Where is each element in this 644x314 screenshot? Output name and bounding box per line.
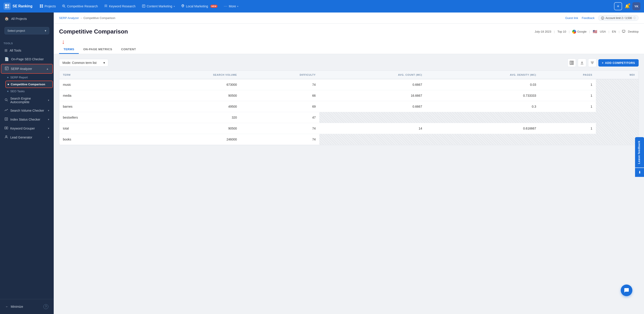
cell-search-volume: 246000: [135, 134, 240, 145]
svg-rect-6: [40, 6, 41, 7]
sidebar-item-search-engine-autocomplete[interactable]: Search Engine Autocomplete ▾: [1, 94, 53, 106]
project-select-dropdown[interactable]: Select project ▾: [4, 27, 49, 34]
table-row: media905006616.66670.7333331: [59, 90, 638, 101]
table-row: music673000740.66670.031: [59, 79, 638, 90]
nav-projects[interactable]: Projects: [37, 2, 59, 10]
sidebar-item-competitive-comparison[interactable]: Competitive Comparison: [5, 81, 53, 88]
svg-rect-2: [5, 6, 7, 8]
notifications-bell[interactable]: 🔔: [624, 3, 630, 9]
cell-wdi: [596, 79, 638, 90]
cell-difficulty: 47: [240, 112, 319, 123]
nav-competitive-research[interactable]: Competitive Research: [59, 2, 100, 10]
sidebar-item-all-tools[interactable]: ⊞ All Tools: [1, 46, 53, 55]
nav-content-marketing[interactable]: Content Marketing ▾: [139, 2, 178, 10]
dropdown-chevron: ▾: [104, 61, 105, 65]
chat-fab-button[interactable]: [621, 285, 632, 296]
toolbar-right: + ADD COMPETITORS: [568, 58, 639, 67]
add-button[interactable]: +: [614, 2, 622, 10]
nav-more[interactable]: ··· More ▾: [221, 2, 241, 10]
account-limit: Account limit 2 / 3,500 ⓘ: [598, 15, 639, 21]
tab-terms[interactable]: TERMS: [59, 45, 79, 54]
more-chevron: ▾: [237, 5, 238, 7]
feedback-link[interactable]: Feedback: [582, 16, 594, 20]
content-marketing-chevron: ▾: [174, 5, 175, 7]
keyword-grouper-icon: [4, 126, 8, 131]
export-button[interactable]: [578, 58, 586, 67]
minimize-arrow-icon: ←: [5, 305, 8, 309]
table-toolbar: Mode: Common term list ▾: [59, 58, 639, 67]
cell-avg-count: [319, 112, 426, 123]
filter-button[interactable]: [588, 58, 596, 67]
tab-on-page-metrics[interactable]: ON-PAGE METRICS: [79, 45, 116, 54]
mode-dropdown[interactable]: Mode: Common term list ▾: [59, 59, 108, 67]
nav-local-marketing[interactable]: Local Marketing NEW: [178, 2, 220, 10]
col-term: TERM: [59, 71, 135, 79]
sidebar-item-on-page-seo[interactable]: 📄 On-Page SEO Checker: [1, 55, 53, 63]
svg-rect-3: [8, 6, 9, 8]
cell-pages: [540, 112, 596, 123]
competitive-comparison-dot: [8, 84, 9, 85]
content-marketing-icon: [142, 4, 146, 8]
svg-rect-30: [622, 30, 625, 32]
svg-rect-1: [8, 4, 9, 6]
cell-avg-density: 0.03: [426, 79, 540, 90]
search-engine-icon: [4, 98, 8, 103]
sidebar-item-serp-report[interactable]: SERP Report: [5, 74, 53, 81]
tab-content[interactable]: CONTENT: [116, 45, 140, 54]
cell-avg-count: 16.6667: [319, 90, 426, 101]
svg-rect-16: [5, 67, 8, 70]
sidebar-item-index-status-checker[interactable]: Index Status Checker ▾: [1, 115, 53, 124]
add-icon: +: [602, 61, 604, 65]
notification-dot: [628, 3, 630, 5]
page-top: Top 10: [558, 30, 566, 33]
breadcrumb-parent[interactable]: SERP Analyzer: [59, 16, 79, 20]
on-page-seo-icon: 📄: [4, 57, 9, 61]
all-tools-icon: ⊞: [4, 48, 8, 52]
columns-toggle-button[interactable]: [568, 58, 576, 67]
page-date: July-18 2023: [534, 30, 551, 33]
page-header: Competitive Comparison July-18 2023 | To…: [54, 24, 644, 54]
svg-line-9: [64, 7, 65, 7]
user-avatar[interactable]: YK: [632, 2, 640, 10]
add-competitors-button[interactable]: + ADD COMPETITORS: [598, 59, 639, 67]
table-row: total9050074140.6166671: [59, 123, 638, 134]
table-row: books24600074: [59, 134, 638, 145]
help-icon[interactable]: ?: [44, 304, 48, 309]
nav-keyword-research[interactable]: Keyword Research: [101, 2, 138, 10]
cell-search-volume: 90500: [135, 123, 240, 134]
limit-icon: [601, 16, 604, 20]
col-search-volume: SEARCH VOLUME: [135, 71, 240, 79]
nav-actions: + 🔔 YK: [614, 2, 640, 10]
sidebar-item-lead-generator[interactable]: Lead Generator ▾: [1, 133, 53, 142]
logo-icon: [4, 3, 11, 10]
sidebar-minimize[interactable]: ← Minimize ?: [2, 302, 52, 311]
svg-rect-5: [42, 4, 43, 6]
sidebar-item-all-projects[interactable]: 🏠 All Projects: [1, 14, 53, 23]
cell-term: total: [59, 123, 135, 134]
cell-term: barnes: [59, 101, 135, 112]
content-topbar: SERP Analyzer › Competitive Comparison G…: [54, 12, 644, 24]
sidebar: 🏠 All Projects Select project ▾ TOOLS ⊞ …: [0, 12, 54, 314]
topbar-actions: Guest link Feedback Account limit 2 / 3,…: [565, 15, 639, 21]
app-name: SE Ranking: [12, 4, 32, 8]
logo[interactable]: SE Ranking: [4, 3, 32, 10]
svg-rect-25: [6, 127, 8, 129]
sidebar-item-seo-tasks[interactable]: SEO Tasks: [5, 88, 53, 94]
lead-generator-icon: [4, 135, 8, 140]
download-tab[interactable]: ⬇: [635, 168, 644, 177]
leave-feedback-tab[interactable]: Leave feedback: [635, 137, 644, 167]
keyword-research-icon: [104, 4, 108, 8]
search-engine-meta: Google: [572, 30, 586, 34]
guest-link[interactable]: Guest link: [565, 16, 578, 20]
sidebar-item-serp-analyzer[interactable]: SERP Analyzer ▲: [1, 64, 53, 74]
table-header-row: TERM SEARCH VOLUME DIFFICULTY AVG. COUNT…: [59, 71, 638, 79]
sidebar-item-search-volume-checker[interactable]: Search Volume Checker ▾: [1, 106, 53, 115]
svg-point-26: [6, 136, 7, 137]
search-engine-chevron: ▾: [48, 99, 49, 102]
projects-icon: [40, 4, 43, 8]
cell-avg-count: 14: [319, 123, 426, 134]
cell-pages: 1: [540, 123, 596, 134]
seo-tasks-dot: [7, 91, 8, 92]
sidebar-item-keyword-grouper[interactable]: Keyword Grouper ▾: [1, 124, 53, 133]
page-country: USA: [600, 30, 606, 33]
